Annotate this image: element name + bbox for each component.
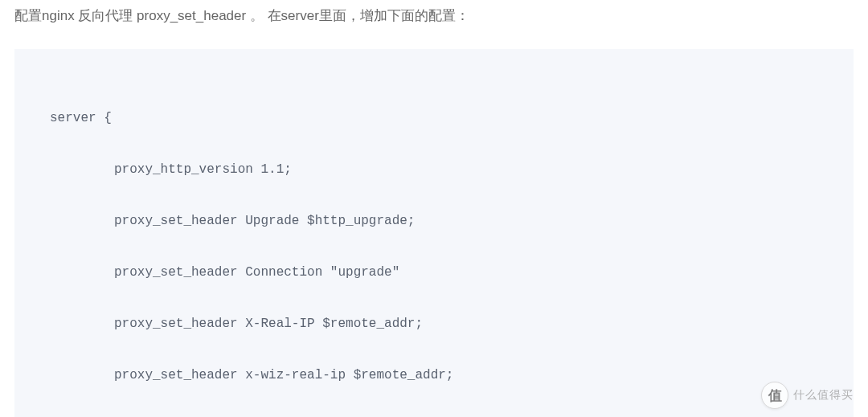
code-line: proxy_set_header Upgrade $http_upgrade; (50, 208, 818, 234)
watermark: 值 什么值得买 (761, 382, 854, 409)
watermark-icon: 值 (761, 382, 788, 409)
code-line: proxy_set_header Connection "upgrade" (50, 260, 818, 285)
watermark-symbol: 值 (768, 386, 782, 405)
code-line: proxy_set_header X-Forwarded-For $proxy_… (50, 414, 818, 417)
content-wrapper: 配置nginx 反向代理 proxy_set_header 。 在server里… (0, 0, 868, 417)
code-line: server { (50, 105, 818, 131)
code-line: proxy_set_header x-wiz-real-ip $remote_a… (50, 362, 818, 388)
watermark-text: 什么值得买 (793, 388, 854, 403)
code-line: proxy_set_header X-Real-IP $remote_addr; (50, 311, 818, 337)
description-text: 配置nginx 反向代理 proxy_set_header 。 在server里… (14, 5, 854, 27)
code-block: server { proxy_http_version 1.1; proxy_s… (14, 49, 854, 417)
code-line: proxy_http_version 1.1; (50, 157, 818, 182)
